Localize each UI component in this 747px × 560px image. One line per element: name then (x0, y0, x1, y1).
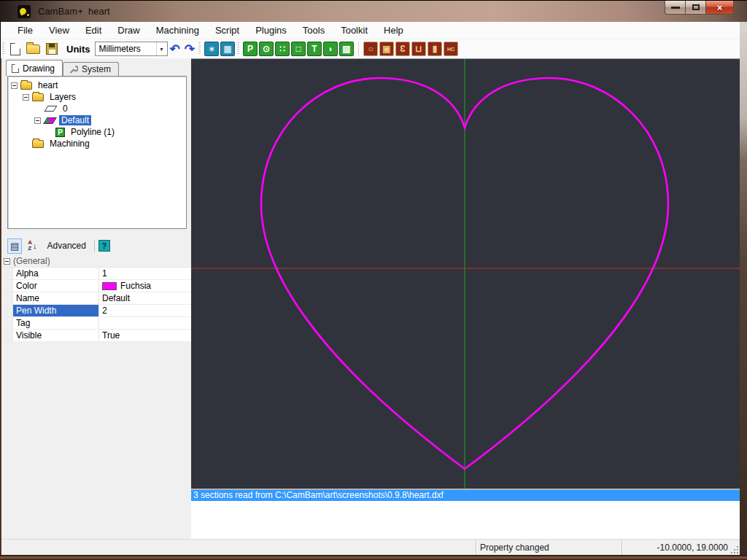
toolbar-grip[interactable] (198, 42, 201, 55)
property-row-pen-width[interactable]: Pen Width 2 (1, 305, 191, 317)
toolbar-separator (358, 42, 359, 56)
categorized-button[interactable]: ▤ (7, 238, 22, 254)
grid-gutter (1, 268, 13, 279)
open-file-icon[interactable] (26, 44, 40, 54)
tab-system[interactable]: System (63, 62, 119, 76)
new-file-icon[interactable] (10, 43, 20, 55)
menu-draw[interactable]: Draw (109, 23, 147, 38)
undo-button[interactable]: ↶ (170, 42, 180, 57)
collapse-icon[interactable] (11, 82, 18, 89)
property-row-alpha[interactable]: Alpha 1 (1, 268, 191, 280)
maximize-icon (692, 4, 700, 10)
property-value[interactable]: Default (99, 292, 191, 304)
polyline-icon: P (55, 128, 65, 137)
property-value[interactable]: True (99, 330, 191, 341)
menu-edit[interactable]: Edit (77, 23, 109, 38)
profile3d-icon[interactable]: ▮ (427, 42, 442, 56)
sort-alphabetical-button[interactable]: AZ ↓ (25, 238, 39, 254)
minimize-button[interactable] (665, 1, 686, 15)
property-value[interactable] (99, 317, 191, 329)
gcode-icon[interactable]: HC (444, 42, 458, 56)
resize-grip[interactable] (729, 545, 739, 554)
wrench-icon (69, 65, 78, 74)
point-list-icon[interactable]: ∷ (275, 42, 290, 56)
folder-icon (32, 140, 44, 148)
collapse-icon[interactable] (34, 117, 41, 124)
tree-item-layers[interactable]: Layers (8, 91, 186, 103)
property-row-visible[interactable]: Visible True (1, 330, 191, 342)
circle-icon[interactable]: ⊙ (259, 42, 274, 56)
property-value[interactable]: 1 (99, 268, 191, 279)
folder-icon (20, 82, 32, 90)
drawing-canvas[interactable] (191, 58, 740, 489)
menu-view[interactable]: View (41, 23, 77, 38)
tree-item-heart[interactable]: heart (8, 79, 186, 91)
maximize-button[interactable] (686, 1, 706, 15)
status-coordinates: -10.0000, 19.0000 (622, 540, 740, 555)
property-label: Color (13, 280, 99, 292)
surface-icon[interactable]: ▧ (339, 42, 354, 56)
text-icon[interactable]: T (307, 42, 322, 56)
menu-toolkit[interactable]: Toolkit (333, 23, 376, 38)
sort-az-icon: AZ ↓ (26, 240, 39, 252)
units-dropdown[interactable]: Millimeters ▼ (95, 42, 168, 56)
title-bar[interactable]: CamBam+ heart × (0, 0, 747, 22)
toolbar: Units Millimeters ▼ ↶ ↷ ∗ ▦ P ⊙ ∷ □ T ◗ … (1, 39, 740, 58)
tree-item-layer-0[interactable]: 0 (8, 103, 186, 114)
profile-icon[interactable]: ○ (363, 42, 378, 56)
tree-item-label: heart (36, 80, 60, 90)
engrave-icon[interactable]: Ɛ (395, 42, 410, 56)
property-row-color[interactable]: Color Fuchsia (1, 280, 191, 292)
menu-machining[interactable]: Machining (148, 23, 207, 38)
message-log: 3 sections read from C:\CamBam\art\scree… (191, 489, 740, 539)
tree-item-machining[interactable]: Machining (8, 138, 186, 149)
property-label: Visible (13, 330, 99, 341)
polyline-icon[interactable]: P (243, 42, 258, 56)
chevron-down-icon[interactable]: ▼ (156, 42, 167, 55)
redo-button[interactable]: ↷ (185, 42, 195, 57)
tab-drawing[interactable]: Drawing (6, 60, 63, 76)
menu-file[interactable]: File (9, 23, 41, 38)
tree-item-polyline[interactable]: P Polyline (1) (8, 126, 186, 138)
property-toolbar: ▤ AZ ↓ Advanced ? (7, 236, 187, 255)
status-bar: Property changed -10.0000, 19.0000 (1, 539, 740, 555)
window-border-right (740, 22, 747, 555)
arc-icon[interactable]: ◗ (323, 42, 338, 56)
layer-icon (44, 106, 58, 112)
toolbar-grip[interactable] (237, 42, 239, 55)
log-entry-selected[interactable]: 3 sections read from C:\CamBam\art\scree… (191, 490, 740, 501)
property-row-name[interactable]: Name Default (1, 292, 191, 305)
advanced-button[interactable]: Advanced (43, 241, 90, 251)
menu-tools[interactable]: Tools (295, 23, 333, 38)
collapse-icon[interactable] (4, 258, 10, 265)
property-category[interactable]: (General) (1, 255, 191, 268)
toolbar-grip[interactable] (2, 42, 4, 55)
menu-help[interactable]: Help (376, 23, 411, 38)
menu-plugins[interactable]: Plugins (247, 23, 295, 38)
property-row-tag[interactable]: Tag (1, 317, 191, 330)
grid-icon[interactable]: ▦ (220, 42, 235, 56)
property-value[interactable]: 2 (99, 305, 191, 316)
tab-system-label: System (82, 64, 111, 74)
tree-item-layer-default[interactable]: Default (8, 114, 186, 126)
panel-tabs: Drawing System (6, 60, 119, 76)
minimize-icon (671, 7, 680, 9)
menu-script[interactable]: Script (207, 23, 247, 38)
grid-gutter (1, 280, 13, 292)
drill-icon[interactable]: ⊔ (411, 42, 426, 56)
property-label: Alpha (13, 268, 99, 279)
tree-item-label: Layers (47, 92, 78, 102)
snap-point-icon[interactable]: ∗ (204, 42, 219, 56)
pocket-icon[interactable]: ▣ (379, 42, 394, 56)
property-label: Tag (13, 317, 99, 329)
grid-gutter (1, 305, 13, 316)
drawing-tree: heart Layers 0 Default P Polyline (1) (7, 76, 187, 229)
help-button[interactable]: ? (98, 240, 110, 252)
folder-icon (32, 93, 44, 101)
collapse-icon[interactable] (23, 94, 29, 101)
color-name: Fuchsia (120, 281, 151, 291)
save-file-icon[interactable] (46, 43, 58, 55)
rectangle-icon[interactable]: □ (291, 42, 306, 56)
close-button[interactable]: × (706, 1, 734, 15)
property-value[interactable]: Fuchsia (99, 280, 191, 292)
